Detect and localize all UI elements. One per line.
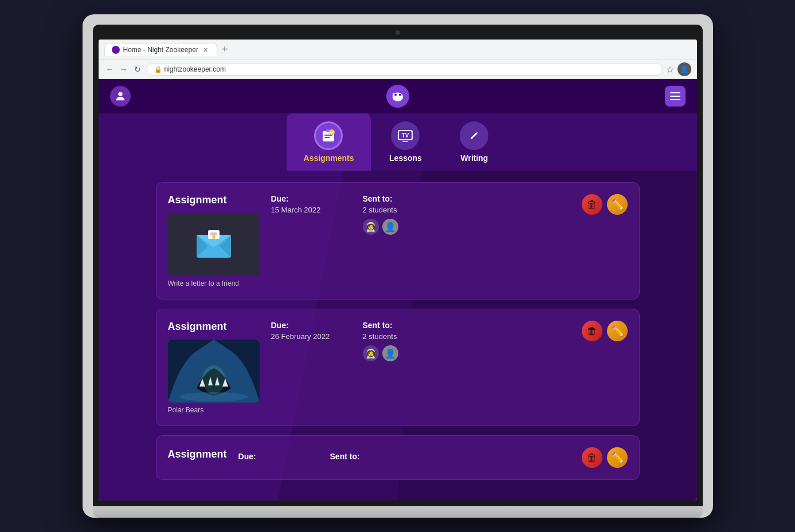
card-2-delete-button[interactable]: 🗑 — [582, 321, 602, 341]
letter-icon-wrapper — [168, 213, 260, 276]
card-2-sent-count: 2 students — [363, 332, 455, 341]
card-1-sent-label: Sent to: — [363, 194, 455, 203]
nav-buttons: ← → ↻ — [104, 64, 143, 75]
card-1-left: Assignment — [168, 194, 260, 287]
card-1-student-1-avatar: 🧑‍🚀 — [363, 219, 379, 235]
card-2-edit-button[interactable]: ✏️ — [607, 321, 628, 341]
assignments-clipboard-icon — [320, 128, 336, 144]
lessons-tv-icon: TV — [397, 127, 414, 144]
hamburger-menu-button[interactable] — [665, 86, 686, 107]
hamburger-line-2 — [670, 96, 680, 97]
card-2-student-2-avatar: 👤 — [382, 345, 398, 361]
app-main-content: Assignment — [99, 171, 697, 501]
lessons-tab-label: Lessons — [389, 153, 422, 163]
card-2-due-label: Due: — [271, 321, 363, 330]
card-3-due-label: Due: — [238, 452, 330, 461]
card-2-due-date: 26 February 2022 — [271, 332, 363, 341]
new-tab-button[interactable]: + — [220, 44, 230, 56]
bookmark-button[interactable]: ☆ — [666, 64, 674, 75]
card-3-title: Assignment — [168, 448, 227, 460]
svg-point-4 — [398, 93, 401, 96]
forward-button[interactable]: → — [118, 64, 130, 75]
tab-lessons[interactable]: TV Lessons — [371, 113, 440, 171]
card-1-due-section: Due: 15 March 2022 — [271, 194, 363, 219]
card-2-actions: 🗑 ✏️ — [582, 321, 628, 341]
svg-rect-14 — [402, 141, 408, 142]
app-top-nav — [99, 79, 697, 113]
svg-point-5 — [393, 97, 394, 101]
card-3-sent-label: Sent to: — [330, 452, 422, 461]
elephant-logo-icon — [390, 89, 405, 104]
card-2-details: Due: 26 February 2022 Sent to: 2 student… — [271, 321, 570, 361]
address-bar[interactable]: 🔒 nightzookeeper.com — [147, 63, 663, 76]
hamburger-line-1 — [670, 92, 680, 93]
assignments-tab-label: Assignments — [304, 153, 354, 163]
tab-close-button[interactable]: ✕ — [202, 46, 210, 54]
lessons-tab-icon: TV — [391, 121, 420, 150]
laptop-screen: Home - Night Zookeeper ✕ + ← → ↻ 🔒 night… — [99, 40, 697, 501]
card-1-student-2-avatar: 👤 — [382, 219, 398, 235]
address-bar-row: ← → ↻ 🔒 nightzookeeper.com ☆ 👤 — [99, 60, 697, 79]
card-1-sent-count: 2 students — [363, 206, 455, 214]
card-3-delete-button[interactable]: 🗑 — [582, 447, 602, 468]
card-3-actions: 🗑 ✏️ — [582, 447, 628, 468]
svg-point-27 — [202, 365, 225, 394]
card-1-edit-button[interactable]: ✏️ — [607, 194, 628, 215]
hamburger-line-3 — [670, 99, 680, 100]
url-text: nightzookeeper.com — [165, 65, 226, 73]
back-button[interactable]: ← — [104, 64, 116, 75]
card-1-details: Due: 15 March 2022 Sent to: 2 students 🧑… — [271, 194, 570, 235]
svg-text:TV: TV — [402, 132, 409, 139]
app-content: Assignments TV Lessons — [99, 79, 697, 501]
card-2-thumbnail — [168, 340, 260, 403]
tab-writing[interactable]: Writing — [440, 113, 508, 171]
svg-point-23 — [212, 235, 216, 239]
card-3-due-section: Due: — [238, 452, 330, 463]
card-2-sent-label: Sent to: — [363, 321, 455, 330]
reload-button[interactable]: ↻ — [132, 64, 143, 75]
svg-point-3 — [394, 93, 397, 96]
card-2-due-section: Due: 26 February 2022 — [271, 321, 363, 345]
card-3-edit-button[interactable]: ✏️ — [607, 447, 628, 468]
card-1-sent-section: Sent to: 2 students 🧑‍🚀 👤 — [363, 194, 455, 235]
tab-assignments[interactable]: Assignments — [287, 113, 371, 171]
polar-bears-scene-icon — [168, 340, 260, 403]
laptop-frame: Home - Night Zookeeper ✕ + ← → ↻ 🔒 night… — [83, 14, 713, 518]
writing-tab-label: Writing — [460, 153, 488, 163]
laptop-camera — [395, 30, 400, 35]
card-3-details: Due: Sent to: — [238, 452, 570, 463]
tab-favicon — [112, 46, 120, 54]
svg-rect-9 — [324, 137, 330, 138]
letter-envelope-icon — [194, 229, 234, 261]
active-tab[interactable]: Home - Night Zookeeper ✕ — [104, 43, 217, 56]
assignment-card-3: Assignment Due: Sent to: 🗑 — [156, 435, 640, 480]
browser-tabs: Home - Night Zookeeper ✕ + — [104, 43, 691, 56]
card-2-left: Assignment — [168, 321, 260, 414]
card-3-sent-section: Sent to: — [330, 452, 422, 463]
laptop-base — [93, 506, 703, 518]
browser-user-icon[interactable]: 👤 — [677, 62, 691, 76]
svg-point-0 — [118, 92, 122, 96]
card-1-due-label: Due: — [271, 194, 363, 203]
browser-action-buttons: ☆ 👤 — [666, 62, 691, 76]
writing-pencil-icon — [466, 128, 482, 144]
app-tab-navigation: Assignments TV Lessons — [99, 113, 697, 171]
card-1-actions: 🗑 ✏️ — [582, 194, 628, 215]
card-2-thumbnail-label: Polar Bears — [168, 406, 260, 414]
card-1-thumbnail — [168, 213, 260, 276]
user-avatar-button[interactable] — [110, 86, 131, 107]
card-1-delete-button[interactable]: 🗑 — [582, 194, 602, 215]
card-1-thumbnail-label: Write a letter to a friend — [168, 279, 260, 287]
card-1-student-avatars: 🧑‍🚀 👤 — [363, 219, 455, 235]
app-logo[interactable] — [386, 85, 409, 108]
card-1-due-date: 15 March 2022 — [271, 206, 363, 214]
card-2-student-avatars: 🧑‍🚀 👤 — [363, 345, 455, 361]
screen-bezel: Home - Night Zookeeper ✕ + ← → ↻ 🔒 night… — [93, 25, 703, 506]
assignment-card-2: Assignment — [156, 309, 640, 426]
card-3-left: Assignment — [168, 448, 227, 467]
assignments-tab-icon — [314, 121, 343, 150]
lock-icon: 🔒 — [154, 66, 162, 73]
card-1-title: Assignment — [168, 194, 260, 206]
card-2-title: Assignment — [168, 321, 260, 333]
writing-tab-icon — [460, 121, 488, 150]
